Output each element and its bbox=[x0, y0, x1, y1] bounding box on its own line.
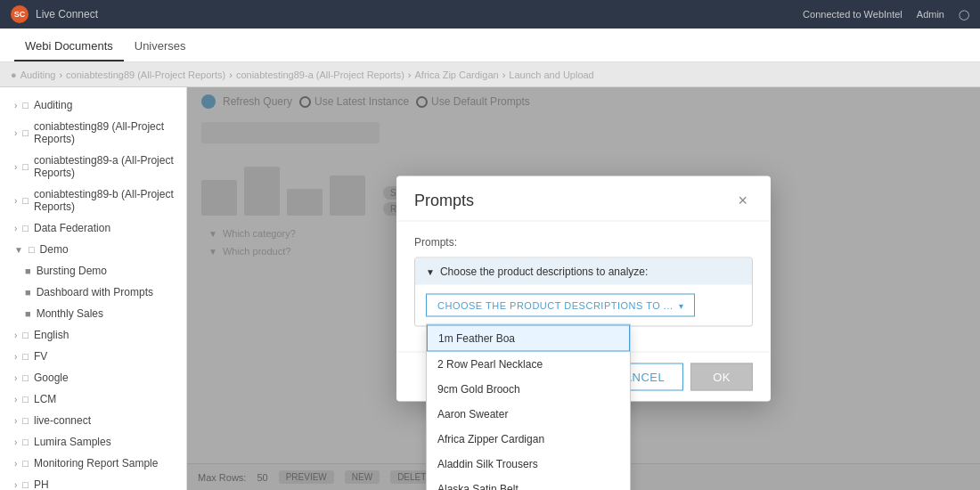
sidebar-item-label: Data Federation bbox=[34, 222, 110, 234]
sidebar-item-label: Bursting Demo bbox=[37, 265, 107, 277]
prompt-section: ▼ Choose the product descriptions to ana… bbox=[414, 257, 753, 327]
sidebar-item-fv[interactable]: › □ FV bbox=[0, 346, 186, 367]
folder-icon: □ bbox=[22, 195, 29, 206]
breadcrumb-item: ● bbox=[11, 69, 17, 80]
sidebar-item-label: Demo bbox=[40, 243, 69, 256]
sidebar-item-dashboard-with-prompts[interactable]: ■ Dashboard with Prompts bbox=[0, 282, 186, 303]
sidebar-item-label: PH bbox=[34, 478, 49, 490]
folder-icon: □ bbox=[22, 330, 29, 340]
sidebar-item-data-federation[interactable]: › □ Data Federation bbox=[0, 217, 186, 239]
sidebar-item-bursting-demo[interactable]: ■ Bursting Demo bbox=[0, 260, 186, 282]
sidebar-item-ph[interactable]: › □ PH bbox=[0, 474, 186, 490]
tab-universes[interactable]: Universes bbox=[124, 32, 197, 61]
dropdown-btn-label: CHOOSE THE PRODUCT DESCRIPTIONS TO ... bbox=[437, 300, 674, 311]
dropdown-item-aladdin-silk[interactable]: Aladdin Silk Trousers bbox=[427, 452, 630, 477]
prompts-label: Prompts: bbox=[414, 236, 753, 249]
sidebar-item-label: Dashboard with Prompts bbox=[37, 286, 153, 298]
dropdown-caret-icon: ▾ bbox=[679, 300, 684, 310]
prompt-section-body: CHOOSE THE PRODUCT DESCRIPTIONS TO ... ▾… bbox=[415, 285, 752, 326]
app-logo: SC bbox=[11, 5, 29, 23]
ok-button[interactable]: OK bbox=[690, 363, 753, 391]
sidebar-item-label: Google bbox=[34, 372, 69, 384]
sidebar-item-lcm[interactable]: › □ LCM bbox=[0, 388, 186, 410]
breadcrumb-item[interactable]: Launch and Upload bbox=[509, 69, 593, 80]
sidebar-item-coniabtesting89-b[interactable]: › □ coniabtesting89-b (All-Project Repor… bbox=[0, 184, 186, 217]
sidebar-item-auditing[interactable]: › □ Auditing bbox=[0, 94, 186, 116]
folder-icon: □ bbox=[22, 127, 29, 138]
chevron-right-icon: › bbox=[14, 162, 17, 172]
folder-icon: □ bbox=[22, 351, 29, 362]
chevron-right-icon: › bbox=[14, 128, 17, 138]
sidebar-item-coniabtesting89-a[interactable]: › □ coniabtesting89-a (All-Project Repor… bbox=[0, 150, 186, 184]
chevron-right-icon: › bbox=[14, 480, 17, 490]
dropdown-item-alaska-satin[interactable]: Alaska Satin Belt bbox=[427, 477, 630, 491]
app-name: Live Connect bbox=[36, 8, 98, 20]
sidebar-item-google[interactable]: › □ Google bbox=[0, 367, 186, 388]
sidebar-item-label: Monitoring Report Sample bbox=[34, 457, 158, 470]
modal-close-button[interactable]: × bbox=[732, 191, 753, 210]
dropdown-item-africa-zipper[interactable]: Africa Zipper Cardigan bbox=[427, 427, 630, 452]
dropdown-list: 1m Feather Boa 2 Row Pearl Necklace 9cm … bbox=[426, 324, 631, 491]
prompt-section-header[interactable]: ▼ Choose the product descriptions to ana… bbox=[415, 258, 752, 285]
chevron-right-icon: › bbox=[14, 459, 17, 469]
sidebar-item-label: Monthly Sales bbox=[37, 307, 103, 320]
sidebar-item-label: coniabtesting89 (All-Project Reports) bbox=[34, 120, 176, 145]
prompts-modal: Prompts × Prompts: ▼ Choose the product … bbox=[396, 176, 771, 402]
sidebar-item-label: FV bbox=[34, 350, 47, 363]
chevron-right-icon: › bbox=[14, 224, 17, 233]
doc-icon: ■ bbox=[25, 265, 31, 276]
dropdown-item-feather-boa[interactable]: 1m Feather Boa bbox=[427, 325, 630, 352]
doc-icon: ■ bbox=[25, 308, 31, 319]
folder-icon: □ bbox=[22, 458, 29, 469]
folder-icon: □ bbox=[29, 244, 35, 255]
sidebar-item-label: coniabtesting89-b (All-Project Reports) bbox=[34, 188, 176, 213]
connected-label: Connected to WebIntel bbox=[803, 9, 902, 20]
modal-header: Prompts × bbox=[396, 176, 771, 222]
chevron-down-icon: ▼ bbox=[14, 245, 23, 255]
chevron-right-icon: › bbox=[14, 373, 17, 383]
top-bar-right: Connected to WebIntel Admin ◯ bbox=[803, 9, 969, 20]
breadcrumb-item[interactable]: Auditing bbox=[20, 69, 56, 80]
folder-icon: □ bbox=[22, 479, 29, 490]
prompt-section-label: Choose the product descriptions to analy… bbox=[440, 265, 648, 278]
sidebar-item-monthly-sales[interactable]: ■ Monthly Sales bbox=[0, 303, 186, 324]
folder-icon: □ bbox=[22, 100, 29, 110]
sidebar-item-label: Auditing bbox=[34, 99, 72, 111]
breadcrumb-item[interactable]: Africa Zip Cardigan bbox=[415, 69, 499, 80]
user-icon[interactable]: ◯ bbox=[959, 9, 969, 20]
folder-icon: □ bbox=[22, 223, 29, 233]
chevron-right-icon: › bbox=[14, 352, 17, 362]
content-area: Refresh Query Use Latest Instance Use De… bbox=[187, 87, 980, 490]
sidebar-item-label: Lumira Samples bbox=[34, 436, 111, 448]
sidebar-item-label: LCM bbox=[34, 393, 56, 405]
modal-title: Prompts bbox=[414, 191, 474, 209]
sidebar-item-demo[interactable]: ▼ □ Demo bbox=[0, 239, 186, 260]
sidebar-item-english[interactable]: › □ English bbox=[0, 324, 186, 346]
sidebar-item-monitoring[interactable]: › □ Monitoring Report Sample bbox=[0, 453, 186, 474]
modal-body: Prompts: ▼ Choose the product descriptio… bbox=[396, 222, 771, 352]
chevron-right-icon: › bbox=[14, 196, 17, 206]
sidebar-item-lumira[interactable]: › □ Lumira Samples bbox=[0, 431, 186, 453]
chevron-right-icon: › bbox=[14, 416, 17, 426]
dropdown-item-aaron-sweater[interactable]: Aaron Sweater bbox=[427, 402, 630, 427]
doc-icon: ■ bbox=[25, 287, 31, 298]
top-bar-left: SC Live Connect bbox=[11, 5, 98, 23]
chevron-right-icon: › bbox=[14, 101, 17, 110]
tab-webi-documents[interactable]: Webi Documents bbox=[14, 32, 124, 61]
sidebar-item-live-connect[interactable]: › □ live-connect bbox=[0, 410, 186, 431]
breadcrumb-item[interactable]: coniabtesting89-a (All-Project Reports) bbox=[236, 69, 404, 80]
folder-icon: □ bbox=[22, 394, 29, 404]
main-layout: › □ Auditing › □ coniabtesting89 (All-Pr… bbox=[0, 87, 980, 490]
dropdown-item-gold-brooch[interactable]: 9cm Gold Brooch bbox=[427, 377, 630, 402]
sidebar-item-coniabtesting89[interactable]: › □ coniabtesting89 (All-Project Reports… bbox=[0, 116, 186, 150]
sidebar-item-label: live-connect bbox=[34, 414, 91, 427]
top-bar: SC Live Connect Connected to WebIntel Ad… bbox=[0, 0, 980, 29]
breadcrumb-item[interactable]: coniabtesting89 (All-Project Reports) bbox=[66, 69, 225, 80]
chevron-right-icon: › bbox=[14, 395, 17, 404]
dropdown-item-pearl-necklace[interactable]: 2 Row Pearl Necklace bbox=[427, 352, 630, 377]
dropdown-button[interactable]: CHOOSE THE PRODUCT DESCRIPTIONS TO ... ▾ bbox=[426, 294, 695, 317]
chevron-right-icon: › bbox=[14, 331, 17, 340]
folder-icon: □ bbox=[22, 415, 29, 426]
sidebar-item-label: coniabtesting89-a (All-Project Reports) bbox=[34, 154, 176, 179]
sidebar-item-label: English bbox=[34, 329, 69, 341]
